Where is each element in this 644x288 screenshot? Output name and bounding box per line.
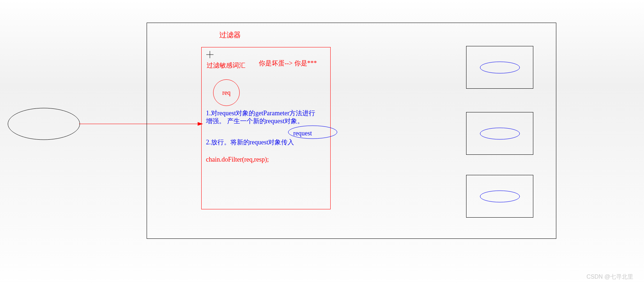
- svg-point-6: [480, 62, 520, 73]
- example-text: 你是坏蛋--> 你是***: [259, 59, 317, 68]
- svg-point-7: [480, 128, 520, 139]
- svg-point-0: [8, 108, 80, 140]
- filter-title: 过滤器: [219, 30, 241, 40]
- step2-text: 2.放行。将新的request对象传入: [206, 138, 294, 147]
- svg-point-8: [480, 191, 520, 202]
- watermark: CSDN @七寻北里: [586, 273, 633, 281]
- step1-text: 1.对request对象的getParameter方法进行增强。 产生一个新的r…: [206, 109, 321, 125]
- target-box-2: [466, 112, 533, 155]
- filter-sensitive-label: 过滤敏感词汇: [207, 61, 245, 70]
- req-circle: req: [213, 79, 240, 106]
- crosshair-icon: [206, 51, 213, 58]
- source-ellipse: [7, 107, 80, 142]
- target-box-3: [466, 175, 533, 218]
- ellipse-icon: [478, 126, 521, 141]
- chain-code: chain.doFilter(req,resp);: [206, 156, 269, 163]
- request-label: request: [293, 130, 312, 137]
- ellipse-icon: [478, 60, 521, 75]
- req-label: req: [222, 89, 231, 97]
- ellipse-icon: [478, 189, 521, 204]
- target-box-1: [466, 46, 533, 89]
